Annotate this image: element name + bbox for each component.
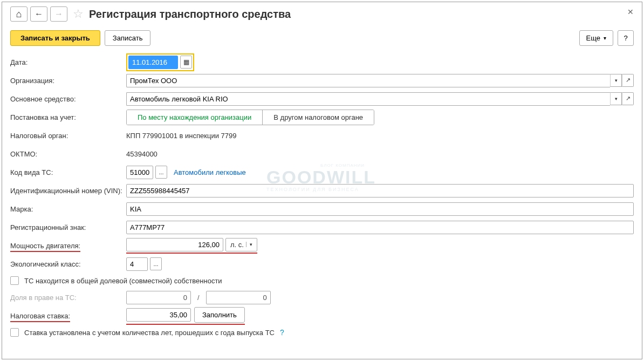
eco-class-input[interactable] [126,257,148,271]
eco-class-select-icon[interactable] [150,257,162,270]
close-button[interactable]: ✕ [627,8,634,16]
favorite-star-icon[interactable]: ☆ [73,7,84,21]
fill-button[interactable]: Заполнить [194,307,245,323]
shared-ownership-checkbox[interactable] [10,276,19,285]
vehicle-code-link[interactable]: Автомобили легковые [174,168,246,176]
share-numerator-input [126,291,191,304]
brand-label: Марка: [10,205,126,213]
asset-input[interactable] [126,92,610,106]
calendar-icon[interactable] [180,56,192,69]
registration-toggle: По месту нахождения организации В другом… [126,110,374,125]
oktmo-value: 45394000 [126,150,157,158]
registration-label: Постановка на учет: [10,113,126,121]
back-button[interactable] [30,6,47,22]
tax-rate-input[interactable] [126,308,191,322]
org-dropdown-icon[interactable] [610,74,622,87]
save-and-close-button[interactable]: Записать и закрыть [10,30,100,46]
date-field-highlight [126,53,194,71]
org-label: Организация: [10,77,126,85]
engine-power-label: Мощность двигателя: [10,242,126,250]
engine-unit-select[interactable]: л. с. ▾ [225,238,257,251]
oktmo-label: ОКТМО: [10,150,126,158]
rate-by-age-checkbox[interactable] [10,328,19,337]
brand-input[interactable] [126,202,634,216]
rate-by-age-label: Ставка установлена с учетом количества л… [24,329,275,337]
reg-plate-label: Регистрационный знак: [10,223,126,231]
asset-label: Основное средство: [10,95,126,103]
forward-button[interactable] [50,6,67,22]
org-input[interactable] [126,74,610,87]
share-denominator-input [206,291,271,304]
tax-office-value: КПП 779901001 в инспекции 7799 [126,132,236,140]
vehicle-code-label: Код вида ТС: [10,168,126,176]
vin-label: Идентификационный номер (VIN): [10,187,126,195]
eco-class-label: Экологический класс: [10,260,126,268]
page-title: Регистрация транспортного средства [89,8,291,21]
tax-rate-label: Налоговая ставка: [10,312,126,320]
reg-plate-input[interactable] [126,221,634,234]
vehicle-code-select-icon[interactable] [155,166,167,179]
asset-open-icon[interactable] [622,92,634,105]
date-input[interactable] [128,56,178,69]
toggle-other-tax[interactable]: В другом налоговом органе [263,110,374,125]
date-label: Дата: [10,58,126,66]
engine-unit-label: л. с. [230,241,244,249]
engine-power-input[interactable] [126,238,223,251]
vehicle-code-input[interactable] [126,166,153,179]
asset-dropdown-icon[interactable] [610,92,622,105]
rate-help-icon[interactable]: ? [280,328,284,337]
share-label: Доля в праве на ТС: [10,294,126,302]
save-button[interactable]: Записать [105,30,151,46]
vin-input[interactable] [126,184,634,197]
home-button[interactable] [10,6,28,22]
toggle-by-org-location[interactable]: По месту нахождения организации [127,110,263,125]
org-open-icon[interactable] [622,74,634,87]
help-button[interactable]: ? [618,30,634,46]
share-divider: / [197,294,200,302]
tax-office-label: Налоговый орган: [10,132,126,140]
more-button[interactable]: Еще [579,30,613,46]
shared-ownership-label: ТС находится в общей долевой (совместной… [24,277,222,285]
